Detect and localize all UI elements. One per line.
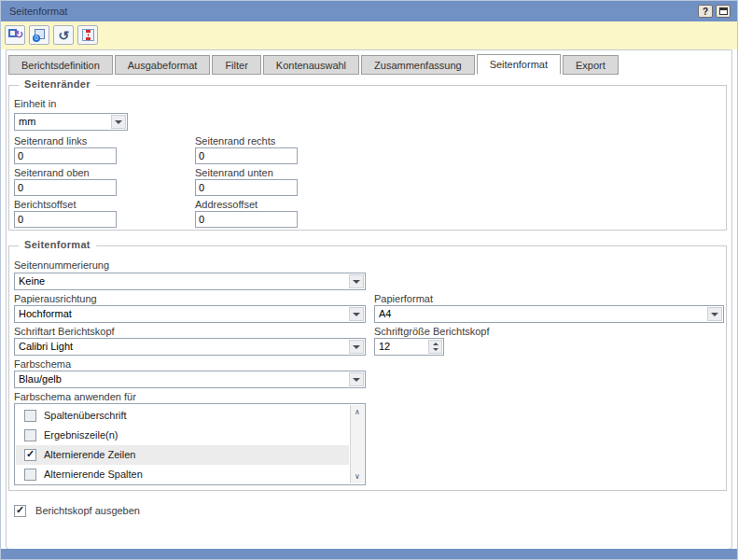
tab-export[interactable]: Export — [563, 55, 619, 75]
help-icon: ? — [703, 7, 708, 17]
paper-format-select-value: A4 — [379, 306, 391, 322]
margins-group-legend: Seitenränder — [19, 78, 96, 90]
list-item-alternierende-zeilen[interactable]: Alternierende Zeilen — [16, 445, 349, 465]
list-item-label: Alternierende Zeilen — [44, 445, 135, 465]
unit-select-value: mm — [19, 114, 35, 130]
list-item-label: Spaltenüberschrift — [44, 406, 127, 426]
stepper-down-icon[interactable] — [429, 347, 441, 354]
chevron-down-icon[interactable] — [707, 307, 722, 321]
apply-settings-button[interactable]: ↻ — [5, 25, 25, 45]
chevron-down-icon[interactable] — [349, 274, 364, 288]
paper-format-select[interactable]: A4 — [374, 305, 724, 323]
format-group: Seitenformat Seitennummerierung Keine Pa… — [8, 245, 727, 491]
header-fontsize-label: Schriftgröße Berichtskopf — [374, 326, 490, 337]
tab-seitenformat[interactable]: Seitenformat — [477, 54, 561, 75]
orientation-label: Papierausrichtung — [14, 293, 97, 304]
tab-berichtsdefinition[interactable]: Berichtsdefinition — [8, 55, 113, 75]
apply-refresh-icon: ↻ — [8, 29, 21, 42]
margin-top-input[interactable] — [14, 179, 117, 196]
margins-group: Seitenränder Einheit in mm Seitenrand li… — [8, 85, 727, 231]
margin-top-label: Seitenrand oben — [14, 167, 90, 178]
report-header-option[interactable]: Berichtskopf ausgeben — [14, 504, 140, 517]
apply-list-label: Farbschema anwenden für — [14, 391, 136, 402]
seitenformat-dialog: Seitenformat ? ↻ 0 ↺ BerichtsdefinitionA… — [0, 0, 738, 560]
colorscheme-label: Farbschema — [14, 358, 71, 370]
content-area: BerichtsdefinitionAusgabeformatFilterKon… — [6, 49, 732, 550]
numbering-select-value: Keine — [19, 273, 45, 289]
scroll-up-icon[interactable]: ∧ — [351, 405, 364, 419]
checkbox[interactable] — [24, 429, 36, 441]
orientation-select[interactable]: Hochformat — [14, 305, 366, 323]
margin-right-input[interactable] — [195, 147, 298, 164]
margin-right-label: Seitenrand rechts — [195, 135, 275, 147]
numbering-select[interactable]: Keine — [14, 273, 366, 290]
list-item-ergebniszeile[interactable]: Ergebniszeile(n) — [16, 426, 349, 445]
undo-icon: ↺ — [58, 29, 69, 42]
tab-zusammenfassung[interactable]: Zusammenfassung — [361, 55, 475, 75]
list-item-label: Alternierende Spalten — [44, 465, 143, 484]
header-fontsize-stepper[interactable]: 12 — [374, 338, 444, 356]
bottom-bar — [1, 549, 737, 559]
window-title: Seitenformat — [9, 1, 67, 21]
toolbar: ↻ 0 ↺ — [1, 21, 737, 49]
scroll-down-icon[interactable]: ∨ — [351, 469, 364, 483]
orientation-select-value: Hochformat — [19, 306, 72, 322]
checkbox[interactable] — [24, 469, 36, 481]
address-offset-input[interactable] — [195, 211, 298, 228]
save-settings-button[interactable]: 0 — [29, 25, 49, 45]
chevron-down-icon[interactable] — [349, 340, 364, 354]
numbering-label: Seitennummerierung — [14, 259, 109, 271]
margin-left-label: Seitenrand links — [14, 135, 87, 147]
tab-filter[interactable]: Filter — [212, 55, 260, 75]
list-item-alternierende-spalten[interactable]: Alternierende Spalten — [16, 465, 349, 484]
chevron-down-icon[interactable] — [349, 307, 364, 321]
checkbox[interactable] — [24, 449, 36, 461]
chevron-down-icon[interactable] — [349, 372, 364, 386]
format-group-legend: Seitenformat — [19, 239, 96, 250]
page-setup-button[interactable] — [77, 25, 98, 45]
paper-format-label: Papierformat — [374, 293, 433, 304]
chevron-down-icon[interactable] — [111, 115, 126, 129]
help-button[interactable]: ? — [698, 5, 713, 18]
margin-bottom-input[interactable] — [195, 179, 298, 196]
report-header-checkbox[interactable] — [14, 505, 26, 517]
margin-left-input[interactable] — [14, 147, 117, 164]
margin-bottom-label: Seitenrand unten — [195, 167, 273, 178]
checkbox[interactable] — [24, 410, 36, 422]
title-bar: Seitenformat ? — [1, 1, 737, 21]
report-offset-input[interactable] — [14, 211, 117, 228]
window-icon — [719, 7, 728, 15]
tab-strip: BerichtsdefinitionAusgabeformatFilterKon… — [8, 54, 620, 75]
apply-list: Spaltenüberschrift Ergebniszeile(n) Alte… — [14, 403, 366, 485]
window-button[interactable] — [716, 5, 731, 18]
tab-ausgabeformat[interactable]: Ausgabeformat — [115, 55, 211, 75]
stepper-buttons — [428, 340, 442, 354]
header-font-label: Schriftart Berichtskopf — [14, 326, 115, 337]
save-disk-icon: 0 — [33, 29, 46, 42]
header-font-select[interactable]: Calibri Light — [14, 338, 366, 356]
report-header-label: Berichtskopf ausgeben — [35, 505, 140, 516]
colorscheme-select-value: Blau/gelb — [19, 371, 62, 387]
colorscheme-select[interactable]: Blau/gelb — [14, 371, 366, 388]
report-offset-label: Berichtsoffset — [14, 199, 76, 210]
unit-label: Einheit in — [14, 98, 56, 109]
list-item-spaltenueberschrift[interactable]: Spaltenüberschrift — [16, 406, 349, 426]
header-fontsize-value: 12 — [379, 339, 390, 355]
list-scrollbar[interactable]: ∧ ∨ — [350, 405, 364, 483]
tab-kontenauswahl[interactable]: Kontenauswahl — [263, 55, 359, 75]
list-item-label: Ergebniszeile(n) — [44, 426, 118, 445]
unit-select[interactable]: mm — [14, 113, 128, 131]
page-break-icon — [82, 29, 94, 41]
address-offset-label: Addressoffset — [195, 199, 258, 210]
header-font-select-value: Calibri Light — [19, 339, 73, 355]
undo-reset-button[interactable]: ↺ — [53, 25, 74, 45]
